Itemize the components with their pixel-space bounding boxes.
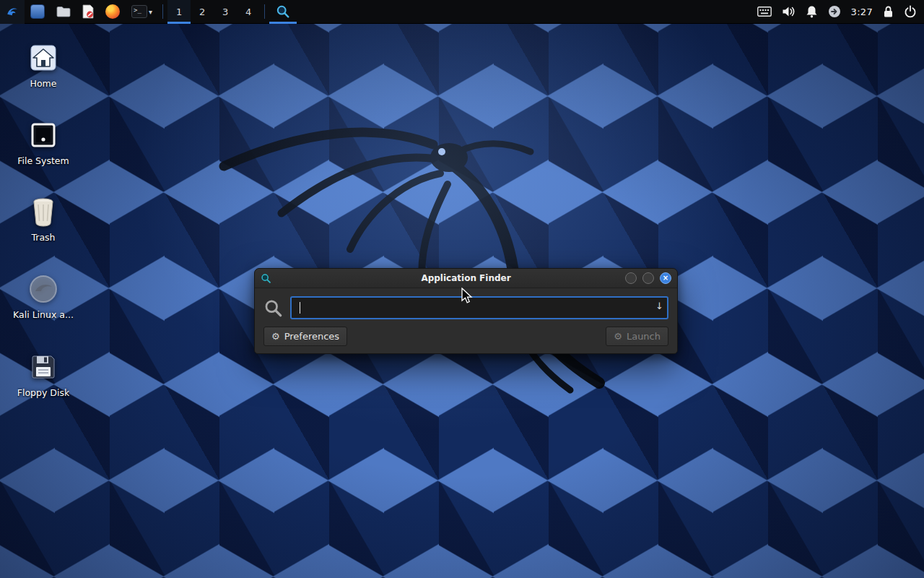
workspace-1-label: 1: [176, 7, 182, 17]
panel-separator-2: [264, 4, 265, 19]
launch-button[interactable]: ⚙ Launch: [606, 327, 668, 346]
button-row: ⚙ Preferences ⚙ Launch: [263, 327, 668, 346]
folder-icon: [56, 6, 71, 17]
launch-label: Launch: [627, 331, 661, 342]
panel-separator: [162, 4, 163, 19]
text-caret: [300, 302, 300, 314]
preferences-button[interactable]: ⚙ Preferences: [263, 327, 347, 346]
desktop-icon-label: Trash: [31, 232, 55, 243]
search-row: ↓: [263, 296, 668, 319]
preferences-label: Preferences: [284, 331, 339, 342]
launch-icon: ⚙: [614, 331, 622, 342]
workspace-3[interactable]: 3: [214, 0, 237, 24]
file-manager-launcher[interactable]: [51, 0, 77, 24]
window-titlebar[interactable]: Application Finder ×: [255, 269, 677, 288]
window-icon: [30, 4, 45, 19]
history-dropdown-icon[interactable]: ↓: [655, 301, 663, 311]
keyboard-layout-icon[interactable]: [757, 7, 772, 17]
floppy-disk-icon: [27, 350, 60, 384]
application-finder-window: Application Finder × ↓ ⚙ Preferences: [254, 268, 678, 354]
volume-icon[interactable]: [782, 6, 796, 17]
kali-logo-icon: [6, 4, 19, 20]
window-manager-launcher[interactable]: [25, 0, 51, 24]
maximize-button[interactable]: [642, 272, 654, 284]
minimize-button[interactable]: [625, 272, 637, 284]
logout-power-icon[interactable]: [904, 5, 917, 18]
firefox-icon: [105, 4, 120, 19]
kali-docs-icon: [27, 272, 60, 306]
workspace-1[interactable]: 1: [167, 0, 191, 24]
desktop-icon-home[interactable]: Home: [9, 41, 78, 89]
window-search-icon: [261, 273, 271, 284]
window-title: Application Finder: [255, 273, 677, 283]
panel-clock[interactable]: 3:27: [851, 7, 873, 17]
desktop-icon-label: Home: [30, 78, 57, 89]
document-icon: [82, 4, 94, 19]
notifications-bell-icon[interactable]: [806, 5, 818, 18]
window-buttons: ×: [625, 272, 671, 284]
search-input[interactable]: [290, 296, 668, 319]
close-button[interactable]: ×: [660, 272, 671, 284]
desktop-icon-floppy-disk[interactable]: Floppy Disk: [9, 350, 78, 398]
desktop-icon-label: File System: [17, 155, 69, 166]
close-icon: ×: [663, 275, 668, 282]
workspace-3-label: 3: [222, 7, 228, 17]
updates-status-icon[interactable]: [828, 5, 841, 18]
search-icon-large: [263, 298, 283, 318]
panel-left: >_ ▾ 1 2 3 4: [0, 0, 297, 23]
lock-screen-icon[interactable]: [883, 5, 894, 18]
search-icon: [276, 4, 290, 19]
workspace-2-label: 2: [199, 7, 205, 17]
text-editor-launcher[interactable]: [77, 0, 100, 24]
top-panel: >_ ▾ 1 2 3 4: [0, 0, 924, 24]
taskbar-application-finder[interactable]: [269, 0, 297, 24]
desktop-icon-kali-docs[interactable]: Kali Linux a...: [9, 272, 78, 320]
workspace-4-label: 4: [245, 7, 251, 17]
panel-right: 3:27: [757, 0, 924, 23]
finder-body: ↓ ⚙ Preferences ⚙ Launch: [255, 288, 677, 353]
kali-menu-button[interactable]: [0, 0, 25, 24]
home-icon: [27, 41, 60, 74]
terminal-launcher[interactable]: >_ ▾: [126, 0, 158, 24]
kali-dragon-art: [195, 79, 657, 426]
desktop-icon-label: Floppy Disk: [17, 387, 69, 398]
workspace-2[interactable]: 2: [191, 0, 214, 24]
desktop-icon-label: Kali Linux a...: [13, 309, 74, 320]
firefox-launcher[interactable]: [100, 0, 126, 24]
desktop-icon-file-system[interactable]: File System: [9, 118, 78, 166]
workspace-4[interactable]: 4: [237, 0, 260, 24]
desktop-icon-trash[interactable]: Trash: [9, 195, 78, 243]
search-input-wrap: ↓: [290, 296, 668, 319]
trash-icon: [27, 195, 60, 228]
terminal-icon: >_: [131, 5, 147, 18]
file-system-icon: [27, 118, 60, 152]
gear-icon: ⚙: [271, 331, 280, 342]
terminal-dropdown-caret-icon[interactable]: ▾: [149, 8, 152, 16]
